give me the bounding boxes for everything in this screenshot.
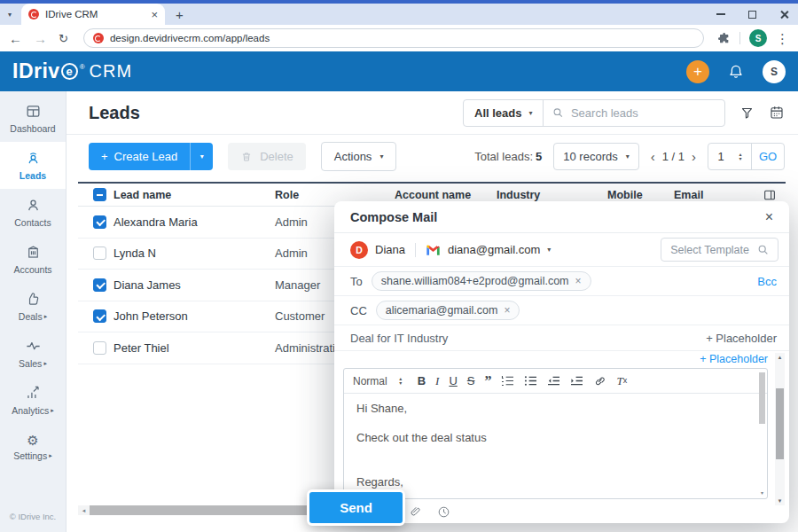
row-checkbox[interactable] [93, 215, 106, 229]
create-lead-button[interactable]: + Create Lead ▾ [89, 143, 213, 170]
scroll-left-icon[interactable]: ◂ [78, 507, 90, 514]
scroll-up-icon[interactable]: ▴ [778, 353, 782, 362]
calendar-icon[interactable] [769, 105, 785, 121]
column-header-industry[interactable]: Industry [497, 189, 607, 201]
sidebar-item-leads[interactable]: Leads [0, 142, 66, 189]
select-template-button[interactable]: Select Template [661, 238, 778, 262]
window-close-icon[interactable] [779, 10, 789, 20]
new-tab-button[interactable]: + [176, 7, 184, 22]
minimize-icon[interactable] [716, 13, 725, 15]
plus-icon: + [101, 150, 108, 163]
column-header-mobile[interactable]: Mobile [607, 189, 674, 201]
row-checkbox[interactable] [93, 341, 106, 355]
row-checkbox[interactable] [93, 309, 106, 323]
page-number-input[interactable]: 1 [708, 150, 733, 163]
scrollbar-thumb[interactable] [776, 388, 784, 459]
column-header-lead-name[interactable]: Lead name [113, 189, 275, 201]
scroll-down-icon[interactable]: ▾ [778, 497, 782, 505]
select-all-checkbox[interactable] [93, 188, 106, 201]
column-header-role[interactable]: Role [275, 189, 395, 201]
subject-placeholder-link[interactable]: + Placeholder [706, 332, 777, 345]
recipient-chip[interactable]: shane.william084+e2prod@gmail.com × [372, 271, 591, 291]
browser-tab[interactable]: IDrive CRM × [21, 4, 165, 25]
page-number-stepper[interactable]: ▴ ▾ [733, 153, 747, 161]
cc-chip[interactable]: alicemaria@gmail.com × [376, 301, 520, 320]
column-header-email[interactable]: Email [674, 189, 752, 201]
extensions-icon[interactable] [716, 31, 731, 45]
clear-format-button[interactable]: Tx [616, 375, 627, 387]
tab-close-icon[interactable]: × [151, 9, 158, 20]
column-header-account-name[interactable]: Account name [395, 189, 497, 201]
sidebar-item-accounts[interactable]: Accounts [0, 236, 66, 283]
format-dropdown[interactable]: Normal ▴▾ [353, 375, 408, 387]
body-placeholder-link[interactable]: + Placeholder [343, 353, 768, 368]
records-label: 10 records [563, 150, 617, 163]
forward-icon[interactable]: → [34, 32, 47, 45]
row-checkbox[interactable] [93, 278, 106, 292]
browser-toolbar: ← → ↻ design.devidrivecrm.com/app/leads … [0, 25, 798, 51]
indent-icon[interactable] [570, 375, 583, 387]
link-icon[interactable] [593, 374, 606, 387]
browser-profile-avatar[interactable]: S [749, 29, 767, 47]
back-icon[interactable]: ← [9, 32, 22, 45]
filter-funnel-icon[interactable] [739, 106, 755, 121]
quick-add-button[interactable]: + [686, 60, 709, 83]
url-bar[interactable]: design.devidrivecrm.com/app/leads [83, 28, 704, 48]
sidebar-item-settings[interactable]: ⚙ Settings▸ [0, 424, 66, 471]
dialog-scrollbar[interactable]: ▴ ▾ [775, 353, 785, 505]
sidebar-item-analytics[interactable]: Analytics▸ [0, 377, 66, 424]
subject-text[interactable]: Deal for IT Industry [350, 332, 448, 345]
bullet-list-icon[interactable] [524, 375, 537, 387]
create-lead-dropdown[interactable]: ▾ [190, 143, 213, 170]
send-button[interactable]: Send [307, 489, 405, 526]
outdent-icon[interactable] [547, 375, 560, 387]
view-filter-dropdown[interactable]: All leads ▾ [464, 106, 543, 120]
go-button[interactable]: GO [752, 150, 784, 163]
search-box[interactable] [544, 106, 724, 120]
editor-scrollbar[interactable]: ▾ [758, 370, 766, 497]
sidebar-item-contacts[interactable]: Contacts [0, 189, 66, 236]
column-picker-icon[interactable] [763, 188, 777, 202]
row-checkbox[interactable] [93, 246, 106, 260]
email-body[interactable]: Hi Shane, Check out the deal status Rega… [344, 394, 767, 512]
lead-name-cell[interactable]: Alexandra Maria [113, 215, 275, 229]
blockquote-icon[interactable]: ” [484, 374, 491, 388]
actions-dropdown-button[interactable]: Actions ▾ [321, 142, 397, 171]
browser-menu-icon[interactable]: ⋮ [776, 32, 789, 45]
attachment-paperclip-icon[interactable] [409, 505, 423, 519]
underline-button[interactable]: U [449, 375, 457, 387]
lead-name-cell[interactable]: Diana James [113, 278, 275, 292]
lead-name-cell[interactable]: Lynda N [113, 246, 275, 260]
strikethrough-button[interactable]: S [467, 375, 475, 387]
sidebar-item-deals[interactable]: Deals▸ [0, 283, 66, 330]
sidebar-item-dashboard[interactable]: Dashboard [0, 95, 66, 142]
search-input[interactable] [571, 106, 716, 120]
maximize-icon[interactable] [748, 11, 756, 19]
scroll-down-icon[interactable]: ▾ [761, 489, 763, 497]
bold-button[interactable]: B [418, 375, 426, 387]
scrollbar-thumb[interactable] [759, 372, 765, 424]
delete-button[interactable]: Delete [228, 143, 306, 170]
prev-page-icon[interactable]: ‹ [651, 150, 655, 163]
chip-remove-icon[interactable]: × [575, 276, 582, 286]
tab-search-icon[interactable]: ▾ [0, 11, 20, 19]
sidebar-item-sales[interactable]: Sales▸ [0, 330, 66, 377]
subject-row[interactable]: Deal for IT Industry + Placeholder [334, 325, 789, 350]
notifications-bell-icon[interactable] [727, 63, 745, 81]
chip-remove-icon[interactable]: × [504, 305, 510, 316]
sender-email-dropdown[interactable]: diana@gmail.com [448, 243, 540, 256]
reload-icon[interactable]: ↻ [59, 33, 68, 44]
user-avatar[interactable]: S [763, 60, 786, 83]
rich-text-editor[interactable]: Normal ▴▾ B I U S ” [343, 368, 768, 499]
from-row: D Diana diana@gmail.com ▾ Select Templat… [334, 233, 789, 266]
schedule-clock-icon[interactable] [437, 505, 450, 519]
ordered-list-icon[interactable] [501, 375, 514, 387]
next-page-icon[interactable]: › [692, 150, 696, 163]
lead-name-cell[interactable]: John Peterson [113, 309, 275, 323]
records-per-page-dropdown[interactable]: 10 records ▾ [553, 143, 638, 170]
dialog-close-icon[interactable]: × [765, 210, 773, 224]
stepper-down-icon[interactable]: ▾ [739, 157, 741, 161]
lead-name-cell[interactable]: Peter Thiel [113, 341, 275, 355]
bcc-link[interactable]: Bcc [757, 275, 777, 288]
italic-button[interactable]: I [435, 375, 439, 387]
